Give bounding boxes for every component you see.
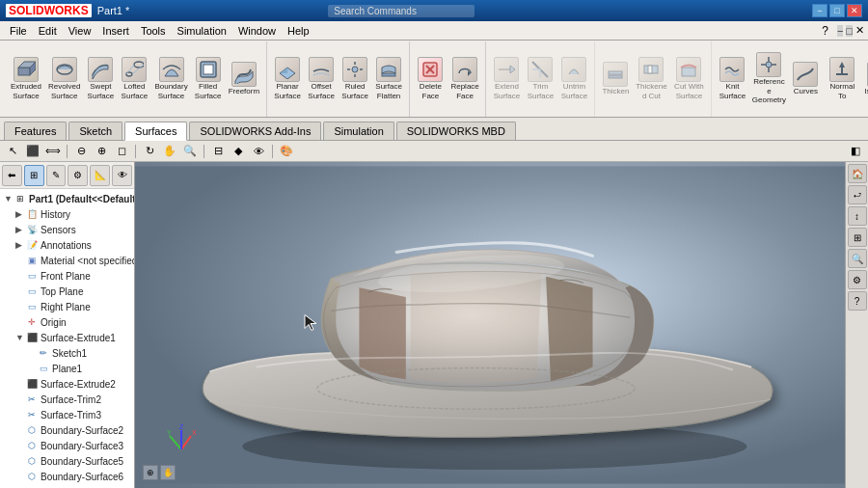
tree-item-boundary-surface6[interactable]: ⬡ Boundary-Surface6: [2, 469, 132, 484]
untrim-surface-button[interactable]: Untrim Surface: [557, 55, 590, 102]
thickened-cut-button[interactable]: Thickened Cut: [633, 55, 669, 102]
restore-button[interactable]: □: [829, 4, 845, 17]
tree-item-surface-knit1[interactable]: ⋈ Surface-Knit1: [2, 484, 132, 488]
svg-rect-15: [382, 73, 395, 76]
menu-insert[interactable]: Insert: [96, 21, 135, 40]
title-search[interactable]: Search Commands: [328, 5, 475, 17]
tab-solidworks-mbd[interactable]: SOLIDWORKS MBD: [396, 122, 516, 140]
main-area: ⬅ ⊞ ✎ ⚙ 📐 👁 ▼ ⊞ Part1 (Default<<Default>…: [0, 162, 868, 488]
offset-surface-button[interactable]: Offset Surface: [305, 55, 338, 102]
menu-tools[interactable]: Tools: [135, 21, 172, 40]
thickened-cut-label: Thickened Cut: [634, 82, 668, 100]
surface-flatten-button[interactable]: SurfaceFlatten: [372, 55, 405, 102]
tree-item-boundary-surface3[interactable]: ⬡ Boundary-Surface3: [2, 438, 132, 453]
toolbar-restore[interactable]: □: [846, 25, 853, 37]
tree-root-label: Part1 (Default<<Default>_Displa: [29, 194, 134, 204]
tree-item-origin[interactable]: ✛ Origin: [2, 314, 132, 330]
menu-question[interactable]: ?: [816, 24, 834, 38]
tree-item-front-plane[interactable]: ▭ Front Plane: [2, 268, 132, 284]
thicken-button[interactable]: Thicken: [599, 60, 632, 98]
delete-face-button[interactable]: Delete Face: [414, 55, 448, 102]
selection-filter[interactable]: ⬛: [24, 143, 41, 160]
separator-4: [272, 145, 273, 158]
menu-help[interactable]: Help: [282, 21, 315, 40]
zoom-fit[interactable]: ⊕: [93, 143, 110, 160]
se1-icon: ⬛: [25, 331, 39, 344]
radiate-surface-icon: [342, 57, 367, 82]
filled-surface-button[interactable]: FilledSurface: [192, 55, 225, 102]
extruded-surface-button[interactable]: ExtrudedSurface: [8, 55, 44, 102]
trim-surface-button[interactable]: Trim Surface: [524, 55, 556, 102]
vp-zoom-btn[interactable]: ⊕: [143, 465, 158, 480]
cut-with-surface-button[interactable]: Cut With Surface: [670, 55, 707, 102]
view-zoom[interactable]: 🔍: [181, 143, 199, 160]
panel-back-button[interactable]: ⬅: [2, 165, 22, 186]
tree-item-annotations[interactable]: ▶ 📝 Annotations: [2, 237, 132, 253]
display-style[interactable]: ◆: [230, 143, 247, 160]
view-rotate[interactable]: ↻: [141, 143, 158, 160]
tab-sketch[interactable]: Sketch: [68, 122, 122, 140]
revolved-surface-button[interactable]: RevolvedSurface: [45, 55, 83, 102]
property-manager-button[interactable]: ✎: [46, 165, 67, 186]
tree-item-surface-extrude1[interactable]: ▼ ⬛ Surface-Extrude1: [2, 330, 132, 345]
view-section[interactable]: ⊟: [209, 143, 227, 160]
tree-item-surface-trim3[interactable]: ✂ Surface-Trim3: [2, 407, 132, 422]
tree-annotations-label: Annotations: [41, 240, 92, 251]
replace-face-button[interactable]: Replace Face: [448, 55, 482, 102]
config-manager-button[interactable]: ⚙: [68, 165, 88, 186]
menu-simulation[interactable]: Simulation: [172, 21, 232, 40]
tree-item-material[interactable]: ▣ Material <not specified>: [2, 253, 132, 268]
tree-root[interactable]: ▼ ⊞ Part1 (Default<<Default>_Displa: [2, 191, 132, 206]
normal-to-button[interactable]: Normal To: [823, 55, 861, 102]
reference-geometry-button[interactable]: ReferenceGeometry: [749, 50, 788, 107]
tab-bar: Features Sketch Surfaces SOLIDWORKS Add-…: [0, 118, 868, 141]
tree-item-boundary-surface5[interactable]: ⬡ Boundary-Surface5: [2, 453, 132, 469]
reference-geometry-label: ReferenceGeometry: [751, 77, 786, 105]
zoom-previous[interactable]: ⊖: [72, 143, 90, 160]
appearance[interactable]: 🎨: [278, 143, 295, 160]
minimize-button[interactable]: −: [812, 4, 827, 17]
knit-surface-button[interactable]: KnitSurface: [716, 55, 748, 102]
menu-window[interactable]: Window: [232, 21, 282, 40]
hide-show[interactable]: 👁: [250, 143, 267, 160]
display-manager-button[interactable]: 👁: [112, 165, 132, 186]
toolbar-group-face: Delete Face Replace Face: [410, 41, 486, 117]
menu-view[interactable]: View: [63, 21, 97, 40]
tree-item-top-plane[interactable]: ▭ Top Plane: [2, 284, 132, 299]
thickened-cut-icon: [638, 57, 664, 82]
lofted-surface-button[interactable]: LoftedSurface: [118, 55, 150, 102]
extend-surface-button[interactable]: Extend Surface: [490, 55, 523, 102]
vp-pan-btn[interactable]: ✋: [160, 465, 176, 480]
feature-manager-button[interactable]: ⊞: [24, 165, 44, 186]
curves-button[interactable]: Curves: [789, 60, 822, 98]
tab-simulation[interactable]: Simulation: [323, 122, 393, 140]
tree-item-surface-trim2[interactable]: ✂ Surface-Trim2: [2, 392, 132, 407]
radiate-surface-button[interactable]: Ruled Surface: [339, 55, 371, 102]
boundary-surface-button[interactable]: BoundarySurface: [151, 55, 190, 102]
tree-item-plane1[interactable]: ▭ Plane1: [2, 361, 132, 376]
menu-edit[interactable]: Edit: [33, 21, 63, 40]
tree-item-surface-extrude2[interactable]: ⬛ Surface-Extrude2: [2, 376, 132, 392]
dim-xpert-button[interactable]: 📐: [90, 165, 110, 186]
tree-item-history[interactable]: ▶ 📋 History: [2, 206, 132, 222]
tree-item-right-plane[interactable]: ▭ Right Plane: [2, 299, 132, 314]
root-arrow: ▼: [4, 194, 14, 203]
tree-item-sensors[interactable]: ▶ 📡 Sensors: [2, 222, 132, 237]
smart-dimension[interactable]: ⟺: [44, 143, 62, 160]
tab-features[interactable]: Features: [4, 122, 67, 140]
revolved-surface-icon: [52, 57, 77, 82]
tab-solidworks-addins[interactable]: SOLIDWORKS Add-Ins: [189, 122, 321, 140]
viewport[interactable]: ⊕ ✋ X Y Z: [135, 162, 845, 488]
planar-surface-button[interactable]: Planar Surface: [271, 55, 304, 102]
view-pan[interactable]: ✋: [161, 143, 178, 160]
menu-file[interactable]: File: [4, 21, 33, 40]
tree-item-sketch1[interactable]: ✏ Sketch1: [2, 345, 132, 361]
swept-surface-button[interactable]: SweptSurface: [84, 55, 117, 102]
zoom-sheet[interactable]: ◻: [113, 143, 130, 160]
pointer-tool[interactable]: ↖: [4, 143, 21, 160]
3d-model-svg: [135, 162, 845, 488]
tree-item-boundary-surface2[interactable]: ⬡ Boundary-Surface2: [2, 422, 132, 438]
freeform-button[interactable]: Freeform: [226, 60, 262, 98]
toolbar-minimize[interactable]: −: [837, 25, 843, 37]
tab-surfaces[interactable]: Surfaces: [124, 122, 187, 141]
